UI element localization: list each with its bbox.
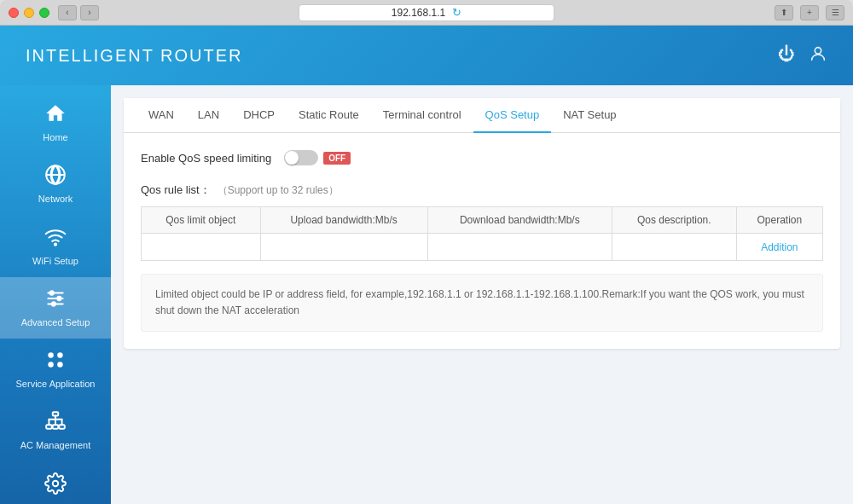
cell-operation: Addition [736,234,822,261]
qos-content: Enable QoS speed limiting OFF Qos rule l… [124,133,840,349]
back-button[interactable]: ‹ [58,5,77,20]
toggle-thumb [285,151,299,165]
svg-point-8 [50,291,54,294]
nav-buttons: ‹ › [58,5,99,20]
cell-description [612,234,736,261]
window-action-buttons: ⬆ + ☰ [775,5,844,20]
tab-qos-setup[interactable]: QoS Setup [473,98,552,133]
col-description: Qos description. [612,207,736,234]
table-row: Addition [142,234,823,261]
tab-bar: WAN LAN DHCP Static Route Terminal contr… [124,98,840,133]
tab-dhcp[interactable]: DHCP [231,98,287,133]
col-limit-object: Qos limit object [142,207,261,234]
sidebar-item-service-application[interactable]: Service Application [0,339,111,400]
qos-enable-label: Enable QoS speed limiting [141,152,271,165]
sliders-icon [44,287,67,313]
network-icon [44,164,67,189]
col-upload: Upload bandwidth:Mb/s [260,207,427,234]
svg-point-0 [815,47,821,53]
cell-limit-object [142,234,261,261]
sidebar-item-home[interactable]: Home [0,92,111,154]
power-icon[interactable]: ⏻ [778,44,795,67]
svg-point-12 [57,353,63,359]
forward-button[interactable]: › [80,5,99,20]
toggle-track[interactable] [284,150,318,165]
app-header: INTELLIGENT ROUTER ⏻ [0,26,853,85]
tab-wan[interactable]: WAN [136,98,186,133]
col-download: Download bandwidth:Mb/s [427,207,612,234]
svg-point-11 [48,353,54,359]
app: INTELLIGENT ROUTER ⏻ Home [0,26,853,504]
user-icon[interactable] [809,44,827,67]
apps-icon [44,349,67,374]
addition-link[interactable]: Addition [761,241,798,253]
traffic-lights [9,8,49,18]
svg-point-9 [57,297,61,300]
tab-lan[interactable]: LAN [186,98,231,133]
sidebar-item-network[interactable]: Network [0,154,111,215]
address-bar[interactable]: 192.168.1.1 ↻ [299,4,554,21]
svg-point-4 [55,243,56,245]
sidebar-item-home-label: Home [43,131,67,143]
note-box: Limited object could be IP or address fi… [141,274,823,332]
content-card: WAN LAN DHCP Static Route Terminal contr… [124,98,840,349]
sidebar-item-ac-management[interactable]: AC Management [0,400,111,461]
share-button[interactable]: ⬆ [775,5,793,20]
minimize-button[interactable] [24,8,34,18]
svg-point-14 [57,362,63,368]
wifi-icon [44,226,67,252]
tab-terminal-control[interactable]: Terminal control [371,98,473,133]
maximize-button[interactable] [39,8,49,18]
sidebar-item-advanced-setup[interactable]: Advanced Setup [0,277,111,339]
sidebar: Home Network [0,85,111,504]
header-icons: ⏻ [778,44,827,67]
svg-point-13 [48,362,54,368]
gear-icon [44,472,67,498]
qos-table: Qos limit object Upload bandwidth:Mb/s D… [141,206,823,261]
window-chrome: ‹ › 192.168.1.1 ↻ ⬆ + ☰ [0,0,853,26]
sidebar-item-ac-label: AC Management [20,439,91,451]
sidebar-item-advanced-label: Advanced Setup [21,316,90,328]
table-header-row: Qos limit object Upload bandwidth:Mb/s D… [142,207,823,234]
sidebar-item-network-label: Network [38,193,73,205]
sidebar-item-wifi-label: WiFi Setup [32,255,78,267]
tree-icon [44,410,67,436]
sidebar-toggle-button[interactable]: ☰ [826,5,844,20]
cell-upload [260,234,427,261]
col-operation: Operation [736,207,822,234]
tab-static-route[interactable]: Static Route [287,98,371,133]
refresh-icon[interactable]: ↻ [452,6,461,19]
note-text: Limited object could be IP or address fi… [155,288,804,316]
qos-rule-header: Qos rule list： （Support up to 32 rules） [141,182,823,198]
close-button[interactable] [9,8,19,18]
qos-rule-list-label: Qos rule list： [141,182,211,198]
content-area: WAN LAN DHCP Static Route Terminal contr… [111,85,853,504]
svg-point-10 [52,302,55,305]
qos-enable-row: Enable QoS speed limiting OFF [141,150,823,165]
cell-download [427,234,612,261]
svg-point-24 [53,481,59,487]
toggle-off-label: OFF [323,152,351,165]
sidebar-item-service-label: Service Application [16,378,96,390]
sidebar-item-wifi-setup[interactable]: WiFi Setup [0,216,111,277]
qos-rule-support: （Support up to 32 rules） [218,183,339,198]
app-title: INTELLIGENT ROUTER [26,46,243,66]
address-text: 192.168.1.1 [392,7,445,19]
new-tab-button[interactable]: + [800,5,819,20]
tab-nat-setup[interactable]: NAT Setup [551,98,628,133]
home-icon [44,102,67,128]
sidebar-item-system-management[interactable]: System Management [0,462,111,504]
main-layout: Home Network [0,85,853,504]
toggle-container: OFF [284,150,351,165]
